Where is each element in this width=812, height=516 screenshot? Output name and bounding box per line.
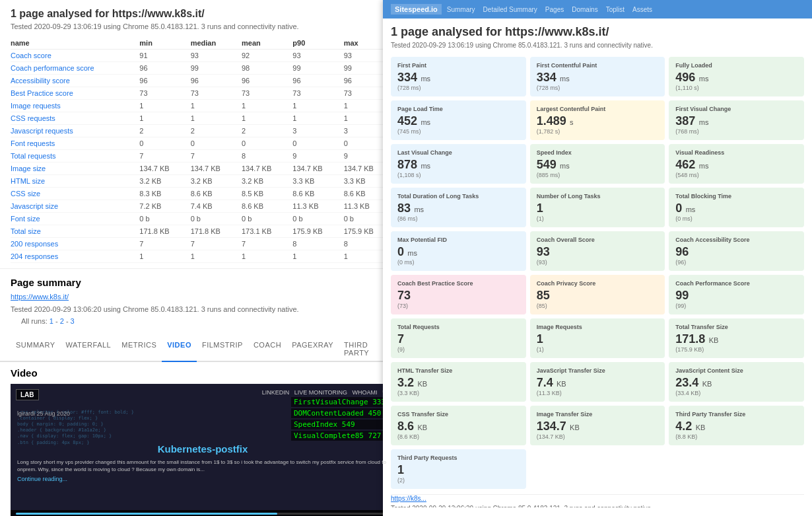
metric-value: 496 ms <box>675 71 797 85</box>
metric-sub: (175.9 KB) <box>675 346 797 353</box>
metric-value: 549 ms <box>537 158 659 172</box>
tab-filmstrip[interactable]: FILMSTRIP <box>197 337 248 361</box>
metric-sub: (1,108 s) <box>397 172 520 178</box>
right-tested2: Tested 2020-09-29 13:06:20 using Chrome … <box>383 505 812 507</box>
table-row-link[interactable]: Coach score <box>11 52 51 59</box>
header-tabs: SummaryDetailed SummaryPagesDomainsTopli… <box>447 6 652 13</box>
metric-label: HTML Transfer Size <box>397 367 520 374</box>
tab-video[interactable]: VIDEO <box>162 337 197 362</box>
col-mean: mean <box>242 37 292 50</box>
metric-sub: (8.6 KB) <box>397 433 520 440</box>
header-tab-assets[interactable]: Assets <box>632 6 652 13</box>
metric-card: First Visual Change 387 ms (768 ms) <box>669 100 804 140</box>
header-tab-detailed-summary[interactable]: Detailed Summary <box>483 6 537 13</box>
metric-label: Coach Accessibility Score <box>675 237 797 243</box>
table-row-link[interactable]: Total size <box>11 227 41 235</box>
tab-coach[interactable]: COACH <box>248 337 287 361</box>
right-page-title: 1 page analysed for https://www.k8s.it/ <box>383 18 812 42</box>
table-row-link[interactable]: Javascript size <box>11 202 58 210</box>
table-row-link[interactable]: 204 responses <box>11 252 58 260</box>
metric-sub: (728 ms) <box>537 85 659 91</box>
metric-sub: (73) <box>397 303 520 309</box>
table-row-link[interactable]: 200 responses <box>11 240 58 248</box>
metric-card: Image Requests 1 (1) <box>530 318 665 358</box>
table-row-link[interactable]: Total requests <box>11 152 55 160</box>
metric-sub: (885 ms) <box>537 172 659 178</box>
metric-card: Speed Index 549 ms (885 ms) <box>530 144 665 184</box>
table-row: Font requests00000 <box>11 137 395 150</box>
video-player[interactable]: LAB LINKEDIN LIVE MONITORING WHOAMI 🔍 .c… <box>11 384 395 516</box>
metric-label: Total Duration of Long Tasks <box>397 193 520 200</box>
metric-sub: (0 ms) <box>675 215 797 222</box>
table-row-link[interactable]: Coach performance score <box>11 64 94 72</box>
table-row-link[interactable]: CSS size <box>11 190 40 198</box>
metric-sub: (33.4 KB) <box>675 390 797 396</box>
tab-waterfall[interactable]: WATERFALL <box>61 337 117 361</box>
table-row-link[interactable]: Best Practice score <box>11 89 73 97</box>
tab-pagexray[interactable]: PAGEXRAY <box>287 337 339 361</box>
metric-sub: (86 ms) <box>397 215 520 222</box>
table-row-link[interactable]: Accessibility score <box>11 77 70 85</box>
metrics-grid: First Paint 334 ms (728 ms) First Conten… <box>383 52 812 494</box>
table-row: 200 responses77788 <box>11 238 395 250</box>
table-row: Javascript size7.2 KB7.4 KB8.6 KB11.3 KB… <box>11 200 395 213</box>
table-row-link[interactable]: Javascript requests <box>11 127 73 135</box>
metric-card: HTML Transfer Size 3.2 KB (3.3 KB) <box>391 362 526 402</box>
metric-value: 23.4 KB <box>675 376 797 390</box>
metric-card: Third Party Transfer Size 4.2 KB (8.8 KB… <box>669 406 804 445</box>
metric-label: Fully Loaded <box>675 62 797 69</box>
run-link[interactable]: 3 <box>71 317 75 325</box>
metric-value: 171.8 KB <box>675 332 797 346</box>
metric-card: Image Transfer Size 134.7 KB (134.7 KB) <box>530 406 665 445</box>
header-tab-pages[interactable]: Pages <box>545 6 564 13</box>
table-row: HTML size3.2 KB3.2 KB3.2 KB3.3 KB3.3 KB <box>11 175 395 188</box>
metric-card: First Contentful Paint 334 ms (728 ms) <box>530 57 665 96</box>
metric-label: Last Visual Change <box>397 149 520 156</box>
table-row-link[interactable]: HTML size <box>11 177 45 185</box>
right-url[interactable]: https://k8s... <box>383 495 812 505</box>
left-page-title: 1 page analysed for https://www.k8s.it/ <box>11 0 395 22</box>
metric-label: Max Potential FID <box>397 237 520 243</box>
metric-label: Image Requests <box>537 324 659 330</box>
metric-label: Image Transfer Size <box>537 411 659 418</box>
metric-card: Max Potential FID 0 ms (0 ms) <box>391 231 526 271</box>
continue-reading[interactable]: Continue reading... <box>17 476 388 482</box>
metric-label: Speed Index <box>537 149 659 156</box>
page-summary-url[interactable]: https://www.k8s.it/ <box>11 293 69 301</box>
tab-metrics[interactable]: METRICS <box>116 337 162 361</box>
page-summary-title: Page summary <box>11 277 395 288</box>
metric-card: Page Load Time 452 ms (745 ms) <box>391 100 526 140</box>
metric-card: Coach Accessibility Score 96 (96) <box>669 231 804 271</box>
run-link[interactable]: 2 <box>60 317 64 325</box>
page-summary-tested: Tested 2020-09-29 13:06:20 using Chrome … <box>11 305 395 313</box>
table-row-link[interactable]: Image size <box>11 165 46 172</box>
col-name: name <box>11 37 139 50</box>
table-row-link[interactable]: Image requests <box>11 102 61 110</box>
table-row-link[interactable]: CSS requests <box>11 114 55 122</box>
metric-value: 73 <box>397 289 520 303</box>
blog-author: lgirardi 25 Aug 2020 <box>17 410 388 417</box>
metric-value: 0 ms <box>397 245 520 259</box>
metric-label: Coach Best Practice Score <box>397 280 520 287</box>
metric-value: 452 ms <box>397 114 520 128</box>
table-row: Coach performance score9699989999 <box>11 62 395 75</box>
metric-sub: (0 ms) <box>397 259 520 266</box>
header-tab-toplist[interactable]: Toplist <box>606 6 625 13</box>
header-tab-domains[interactable]: Domains <box>572 6 597 13</box>
metric-label: Third Party Requests <box>397 455 520 461</box>
table-row-link[interactable]: Font size <box>11 215 40 223</box>
table-row: Font size0 b0 b0 b0 b0 b <box>11 213 395 225</box>
metric-sub: (134.7 KB) <box>537 433 659 440</box>
header-tab-summary[interactable]: Summary <box>447 6 475 13</box>
right-tested: Tested 2020-09-29 13:06:19 using Chrome … <box>383 42 812 52</box>
metric-value: 0 ms <box>675 202 797 215</box>
right-panel: Sitespeed.io SummaryDetailed SummaryPage… <box>383 0 812 516</box>
metric-card: JavaScript Transfer Size 7.4 KB (11.3 KB… <box>530 362 665 402</box>
metrics-table: name min median mean p90 max Coach score… <box>11 37 395 263</box>
table-row-link[interactable]: Font requests <box>11 139 55 147</box>
tab-summary[interactable]: SUMMARY <box>11 337 61 361</box>
metric-card: Total Transfer Size 171.8 KB (175.9 KB) <box>669 318 804 358</box>
run-link[interactable]: 1 <box>50 317 53 325</box>
metric-label: Largest Contentful Paint <box>537 106 659 112</box>
left-tabs: SUMMARYWATERFALLMETRICSVIDEOFILMSTRIPCOA… <box>0 337 405 362</box>
